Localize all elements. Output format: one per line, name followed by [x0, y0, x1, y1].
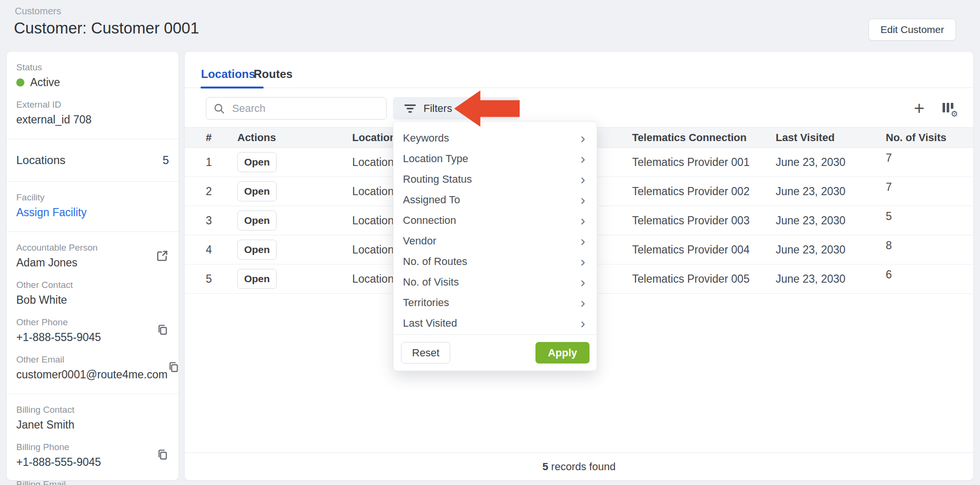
- col-header-actions[interactable]: Actions: [237, 132, 352, 144]
- row-index: 5: [206, 273, 237, 286]
- tab-locations[interactable]: Locations: [201, 67, 255, 81]
- billing-email-label: Billing Email: [16, 479, 126, 485]
- filter-item-connection[interactable]: Connection ›: [393, 210, 597, 231]
- chevron-right-icon: ›: [580, 193, 585, 207]
- chevron-right-icon: ›: [580, 213, 585, 228]
- filter-item-label: Keywords: [403, 132, 449, 144]
- billing-section: Billing Contact Janet Smith Billing Phon…: [7, 394, 178, 485]
- add-location-button[interactable]: +: [914, 100, 924, 116]
- column-settings-button[interactable]: ⚙: [941, 100, 956, 116]
- other-phone-label: Other Phone: [16, 317, 101, 328]
- reset-filters-button[interactable]: Reset: [401, 342, 450, 364]
- copy-other-email-button[interactable]: [167, 361, 180, 374]
- other-email-field: Other Email customer0001@route4me.com: [16, 354, 169, 381]
- search-input[interactable]: [231, 102, 379, 115]
- facility-label: Facility: [16, 192, 169, 203]
- copy-icon: [156, 449, 169, 461]
- page-title: Customer: Customer 0001: [14, 19, 199, 37]
- billing-email-field: Billing Email billing@route4me.com: [16, 479, 169, 485]
- billing-contact-field: Billing Contact Janet Smith: [16, 405, 169, 431]
- col-header-last-visited[interactable]: Last Visited: [776, 132, 886, 144]
- search-box[interactable]: [206, 97, 387, 120]
- filter-item-label: Last Visited: [403, 317, 457, 330]
- billing-phone-value: +1-888-555-9045: [16, 456, 101, 469]
- locations-count-value: 5: [163, 154, 169, 167]
- filters-menu-footer: Reset Apply: [393, 334, 597, 371]
- open-location-button[interactable]: Open: [237, 181, 277, 201]
- filter-item-no-of-visits[interactable]: No. of Visits ›: [393, 272, 597, 292]
- last-visited-cell: June 23, 2030: [776, 273, 886, 286]
- open-location-button[interactable]: Open: [237, 210, 277, 231]
- col-header-telematics[interactable]: Telematics Connection: [632, 132, 776, 144]
- filter-item-territories[interactable]: Territories ›: [393, 292, 597, 313]
- status-field: Status Active: [16, 62, 169, 89]
- filter-item-label: Location Type: [403, 153, 468, 165]
- filter-item-label: Vendor: [403, 235, 436, 247]
- status-label: Status: [16, 62, 169, 73]
- other-phone-field: Other Phone +1-888-555-9045: [16, 317, 169, 344]
- chevron-right-icon: ›: [580, 234, 585, 248]
- col-header-index[interactable]: #: [206, 132, 237, 144]
- visits-cell: 7: [886, 181, 892, 194]
- locations-toolbar: Filters ▾ + ⚙: [185, 97, 973, 120]
- last-visited-cell: June 23, 2030: [776, 243, 886, 256]
- filter-item-label: Territories: [403, 297, 449, 309]
- telematics-cell: Telematics Provider 002: [632, 185, 776, 198]
- tab-bar: Locations Routes: [185, 52, 973, 88]
- copy-other-phone-button[interactable]: [156, 324, 169, 336]
- tab-routes[interactable]: Routes: [254, 67, 292, 81]
- top-bar: Customers Customer: Customer 0001 Edit C…: [0, 0, 980, 51]
- billing-contact-value: Janet Smith: [16, 419, 169, 431]
- facility-field: Facility Assign Facility: [16, 192, 169, 219]
- chevron-right-icon: ›: [580, 172, 585, 187]
- assign-facility-link[interactable]: Assign Facility: [16, 206, 87, 219]
- visits-cell: 5: [886, 210, 892, 223]
- other-email-label: Other Email: [16, 354, 167, 365]
- telematics-cell: Telematics Provider 005: [632, 273, 776, 286]
- accountable-person-value: Adam Jones: [16, 256, 98, 269]
- chevron-right-icon: ›: [580, 254, 585, 269]
- filter-item-label: Routing Status: [403, 173, 472, 186]
- other-email-value: customer0001@route4me.com: [16, 368, 167, 381]
- telematics-cell: Telematics Provider 004: [632, 243, 776, 256]
- accountable-person-field: Accountable Person Adam Jones: [16, 242, 169, 269]
- filter-item-label: No. of Visits: [403, 276, 459, 288]
- open-location-button[interactable]: Open: [237, 269, 277, 289]
- visits-cell: 6: [886, 268, 892, 281]
- col-header-visits[interactable]: No. of Visits: [886, 132, 952, 144]
- filter-icon: [403, 103, 417, 114]
- external-id-value: external_id 708: [16, 113, 169, 126]
- apply-filters-button[interactable]: Apply: [535, 342, 590, 364]
- filter-item-location-type[interactable]: Location Type ›: [393, 148, 597, 169]
- chevron-right-icon: ›: [580, 275, 585, 289]
- records-found-footer: 5 records found: [185, 452, 973, 480]
- filter-item-label: No. of Routes: [403, 255, 468, 268]
- filter-item-routing-status[interactable]: Routing Status ›: [393, 169, 597, 189]
- open-location-button[interactable]: Open: [237, 240, 277, 260]
- copy-icon: [167, 361, 180, 374]
- filters-label: Filters: [423, 102, 452, 115]
- locations-count-label: Locations: [16, 154, 66, 167]
- external-link-icon: [156, 249, 169, 263]
- filter-item-vendor[interactable]: Vendor ›: [393, 231, 597, 251]
- contacts-section: Accountable Person Adam Jones Other Cont…: [7, 232, 178, 394]
- visits-cell: 7: [886, 152, 892, 165]
- filters-dropdown-menu: Keywords › Location Type › Routing Statu…: [393, 121, 597, 371]
- records-text: records found: [551, 461, 616, 473]
- chevron-right-icon: ›: [580, 316, 585, 331]
- edit-customer-button[interactable]: Edit Customer: [869, 19, 956, 41]
- customer-detail-panel: Locations Routes Filters ▾ +: [184, 51, 974, 481]
- open-person-button[interactable]: [156, 249, 169, 263]
- billing-phone-label: Billing Phone: [16, 442, 101, 452]
- filter-item-keywords[interactable]: Keywords ›: [393, 128, 597, 148]
- filter-item-no-of-routes[interactable]: No. of Routes ›: [393, 251, 597, 272]
- breadcrumb[interactable]: Customers: [15, 6, 61, 17]
- customer-summary-panel: Status Active External ID external_id 70…: [6, 51, 179, 481]
- copy-billing-phone-button[interactable]: [156, 449, 169, 461]
- open-location-button[interactable]: Open: [237, 152, 277, 172]
- filter-item-assigned-to[interactable]: Assigned To ›: [393, 189, 597, 210]
- facility-section: Facility Assign Facility: [7, 182, 178, 232]
- filter-item-last-visited[interactable]: Last Visited ›: [393, 313, 597, 333]
- status-dot-icon: [16, 78, 24, 87]
- copy-icon: [156, 324, 169, 336]
